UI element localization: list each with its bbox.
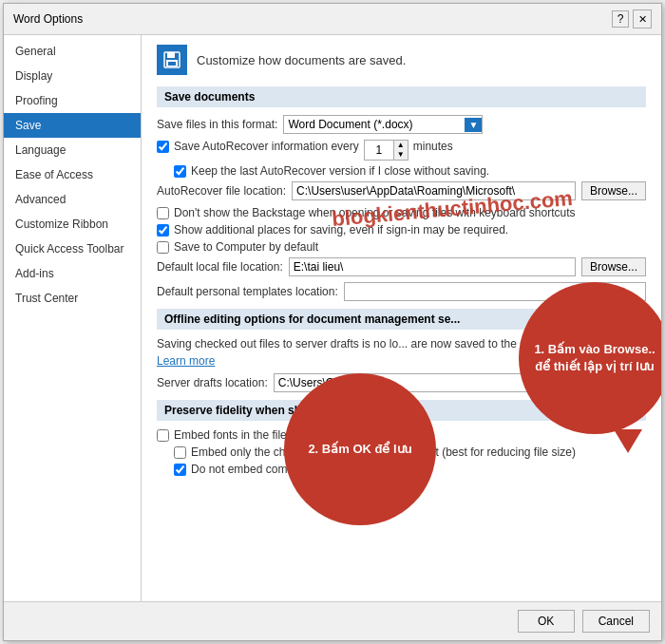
autorecover-location-input[interactable] (292, 181, 576, 200)
svg-rect-1 (167, 52, 175, 58)
sidebar-item-quick-access-toolbar[interactable]: Quick Access Toolbar (4, 237, 141, 261)
cancel-button[interactable]: Cancel (582, 610, 650, 633)
dialog-footer: OK Cancel (4, 601, 661, 640)
save-format-row: Save files in this format: Word Document… (157, 115, 646, 134)
content-description: Customize how documents are saved. (197, 53, 406, 67)
save-to-computer-row: Save to Computer by default (157, 240, 646, 254)
save-format-select-wrapper[interactable]: Word Document (*.docx) ▼ (283, 115, 483, 134)
default-local-label: Default local file location: (157, 260, 283, 274)
server-drafts-row: Server drafts location: (157, 373, 646, 392)
default-local-row: Default local file location: Browse... (157, 257, 646, 276)
do-not-embed-row: Do not embed common system fonts (174, 463, 646, 476)
server-drafts-label: Server drafts location: (157, 376, 268, 389)
show-additional-places-row: Show additional places for saving, even … (157, 223, 646, 237)
save-format-select[interactable]: Word Document (*.docx) (284, 116, 465, 133)
close-button[interactable]: ✕ (633, 9, 652, 28)
spinners: ▲ ▼ (393, 141, 408, 160)
default-templates-label: Default personal templates location: (157, 285, 338, 298)
embed-chars-row: Embed only the characters used in the do… (174, 445, 646, 459)
autorecover-label: Save AutoRecover information every (174, 140, 359, 153)
embed-fonts-label: Embed fonts in the file (174, 428, 287, 442)
sidebar-item-customize-ribbon[interactable]: Customize Ribbon (4, 212, 141, 237)
ok-button[interactable]: OK (518, 610, 575, 633)
content-area: blogkienthuctinhoc.com 1. Bấm vào Browse… (142, 35, 661, 601)
keep-last-row: Keep the last AutoRecover version if I c… (174, 164, 646, 178)
select-arrow-icon: ▼ (465, 118, 482, 132)
server-drafts-input[interactable] (274, 373, 646, 392)
autorecover-location-row: AutoRecover file location: Browse... (157, 181, 646, 200)
sidebar-item-display[interactable]: Display (4, 64, 141, 88)
dialog-title: Word Options (13, 12, 83, 26)
keep-last-label: Keep the last AutoRecover version if I c… (191, 164, 489, 178)
dont-show-backstage-row: Don't show the Backstage when opening or… (157, 206, 646, 219)
do-not-embed-label: Do not embed common system fonts (191, 463, 376, 476)
autorecover-row: Save AutoRecover information every ▲ ▼ m… (157, 140, 646, 161)
autorecover-unit: minutes (413, 140, 453, 153)
word-options-dialog: Word Options ? ✕ GeneralDisplayProofingS… (3, 3, 662, 641)
default-local-input[interactable] (289, 257, 576, 276)
sidebar-item-add-ins[interactable]: Add-ins (4, 261, 141, 286)
sidebar-item-ease-of-access[interactable]: Ease of Access (4, 162, 141, 187)
embed-fonts-row: Embed fonts in the file (157, 428, 646, 442)
sidebar-item-advanced[interactable]: Advanced (4, 187, 141, 212)
autorecover-location-label: AutoRecover file location: (157, 184, 286, 198)
show-additional-places-label: Show additional places for saving, even … (174, 223, 508, 237)
dont-show-backstage-label: Don't show the Backstage when opening or… (174, 206, 576, 219)
autorecover-checkbox[interactable] (157, 141, 169, 153)
spin-up-btn[interactable]: ▲ (394, 141, 408, 150)
sidebar-item-save[interactable]: Save (4, 113, 141, 138)
sidebar-item-general[interactable]: General (4, 39, 141, 64)
save-format-label: Save files in this format: (157, 118, 277, 131)
offline-editing-text: Saving checked out files to server draft… (157, 337, 646, 350)
embed-chars-label: Embed only the characters used in the do… (191, 445, 576, 459)
svg-rect-3 (168, 62, 176, 66)
section-save-documents: Save documents (157, 86, 646, 107)
title-bar: Word Options ? ✕ (4, 4, 661, 35)
keep-last-checkbox[interactable] (174, 165, 186, 178)
do-not-embed-checkbox[interactable] (174, 464, 186, 476)
sidebar-item-language[interactable]: Language (4, 138, 141, 162)
autorecover-minutes-input[interactable]: ▲ ▼ (364, 140, 408, 161)
dialog-body: GeneralDisplayProofingSaveLanguageEase o… (4, 35, 661, 601)
show-additional-places-checkbox[interactable] (157, 224, 169, 237)
embed-chars-checkbox[interactable] (174, 446, 186, 459)
spin-down-btn[interactable]: ▼ (394, 150, 408, 160)
help-button[interactable]: ? (612, 10, 629, 28)
save-icon (157, 45, 187, 75)
sidebar: GeneralDisplayProofingSaveLanguageEase o… (4, 35, 142, 601)
section-preserve-fidelity: Preserve fidelity when sharing this docu… (157, 400, 646, 421)
sidebar-item-proofing[interactable]: Proofing (4, 88, 141, 113)
save-to-computer-checkbox[interactable] (157, 241, 169, 254)
content-header: Customize how documents are saved. (157, 45, 646, 75)
learn-more-link[interactable]: Learn more (157, 354, 215, 368)
save-to-computer-label: Save to Computer by default (174, 240, 318, 254)
dont-show-backstage-checkbox[interactable] (157, 207, 169, 219)
default-templates-row: Default personal templates location: (157, 282, 646, 301)
default-templates-input[interactable] (344, 282, 646, 301)
autorecover-browse-btn[interactable]: Browse... (581, 181, 646, 200)
embed-fonts-checkbox[interactable] (157, 429, 169, 442)
default-local-browse-btn[interactable]: Browse... (581, 257, 646, 276)
section-offline-editing: Offline editing options for document man… (157, 309, 646, 330)
autorecover-minutes-field[interactable] (365, 142, 393, 158)
sidebar-item-trust-center[interactable]: Trust Center (4, 286, 141, 311)
